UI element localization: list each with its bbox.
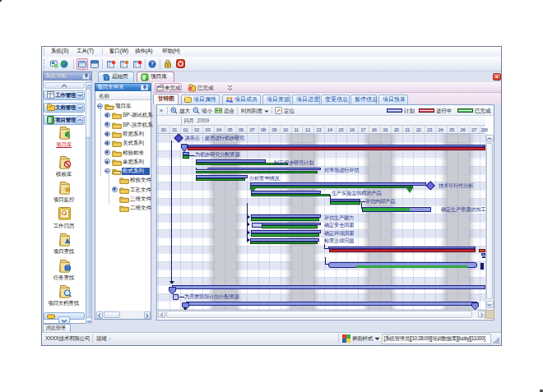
svg-text:?: ? (151, 61, 154, 67)
